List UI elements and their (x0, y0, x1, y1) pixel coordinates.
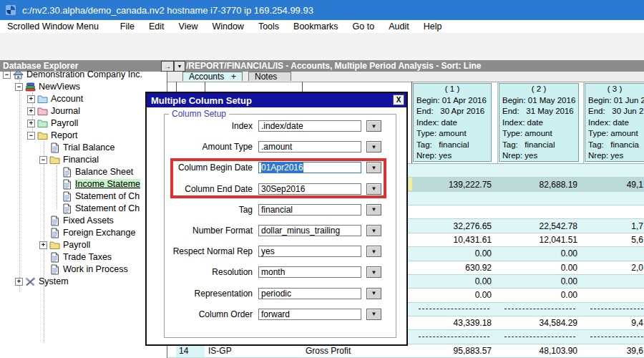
tree-item-newviews[interactable]: −NewViews (15, 81, 80, 93)
menu-item-scrolled-window-menu[interactable]: Scrolled Window Menu (0, 21, 106, 32)
expand-icon[interactable]: + (39, 241, 47, 249)
expand-icon[interactable]: + (27, 107, 35, 115)
menu-item-window[interactable]: Window (205, 21, 250, 32)
value-cell-col1[interactable]: 32,276.65 (411, 219, 497, 232)
value-cell-col1[interactable]: 10,431.61 (411, 233, 497, 246)
value-cell-col3[interactable] (583, 247, 644, 260)
field-input-number-format[interactable]: dollar_minus_trailing (258, 225, 361, 236)
expand-icon[interactable]: + (27, 120, 35, 127)
value-cell-col2[interactable] (497, 164, 583, 177)
tree-item-trade-taxes[interactable]: Trade Taxes (39, 251, 112, 263)
expand-icon[interactable]: + (27, 95, 35, 103)
value-cell-col1[interactable]: 0.00 (411, 247, 497, 260)
collapse-icon[interactable]: − (3, 71, 11, 79)
value-cell-col3[interactable]: 5,6 (583, 233, 644, 246)
value-cell-col2[interactable]: 0.00 (497, 275, 583, 288)
value-cell-col1[interactable] (411, 205, 497, 218)
tab-add-column-button[interactable]: + (231, 72, 236, 82)
tree-item-payroll[interactable]: +Payroll (27, 117, 78, 130)
value-cell-col1[interactable]: 0.00 (411, 275, 497, 288)
menu-item-help[interactable]: Help (416, 21, 449, 32)
field-dropdown-button[interactable]: ▼ (366, 120, 381, 132)
collapse-icon[interactable]: − (27, 132, 35, 140)
tree-item-foreign-exchange[interactable]: Foreign Exchange (39, 227, 135, 239)
value-cell-col3[interactable] (583, 164, 644, 177)
tree-item-financial[interactable]: −Financial (39, 154, 99, 166)
tree-item-trial-balance[interactable]: Trial Balance (39, 142, 115, 154)
nav-forward-button[interactable]: → (161, 61, 174, 72)
account-name-cell[interactable]: Gross Profit (302, 344, 411, 357)
value-cell-col1[interactable]: 95,883.57 (411, 344, 497, 357)
menu-item-audit[interactable]: Audit (381, 21, 416, 32)
field-input-tag[interactable]: financial (258, 204, 361, 216)
tree-item-journal[interactable]: +Journal (27, 105, 80, 117)
field-dropdown-button[interactable]: ▼ (366, 141, 381, 153)
field-dropdown-button[interactable]: ▼ (366, 266, 381, 278)
field-input-index[interactable]: .index/date (258, 120, 361, 132)
value-cell-col1[interactable] (411, 303, 497, 316)
value-cell-col1[interactable] (411, 164, 497, 177)
value-cell-col3[interactable] (583, 192, 644, 205)
tab-accounts[interactable]: Accounts+ (182, 72, 243, 81)
tree-item-work-in-process[interactable]: Work in Process (39, 263, 128, 276)
table-row[interactable]: 14IS-GPGross Profit95,883.5748,103.9039,… (167, 344, 644, 358)
value-cell-col1[interactable]: 139,222.75 (411, 178, 497, 190)
tree-item-account[interactable]: +Account (27, 93, 83, 105)
value-cell-col2[interactable]: 48,103.90 (497, 344, 583, 357)
value-cell-col1[interactable]: 0.00 (411, 289, 497, 301)
dialog-title-bar[interactable]: Multiple Column Setup (147, 93, 406, 107)
field-dropdown-button[interactable]: ▼ (366, 204, 381, 216)
tree-item-payroll[interactable]: +Payroll (39, 239, 90, 251)
field-input-representation[interactable]: periodic (258, 288, 361, 299)
value-cell-col2[interactable] (497, 205, 583, 218)
value-cell-col2[interactable]: 0.00 (497, 247, 583, 260)
nav-dropdown-button[interactable]: ▼ (174, 61, 185, 72)
close-icon[interactable]: X (393, 95, 404, 105)
value-cell-col2[interactable]: 34,584.29 (497, 316, 583, 329)
collapse-icon[interactable]: − (15, 83, 23, 91)
value-cell-col1[interactable]: 630.92 (411, 261, 497, 274)
menu-item-view[interactable]: View (172, 21, 205, 32)
value-cell-col3[interactable] (583, 289, 644, 301)
value-cell-col1[interactable]: 43,339.18 (411, 316, 497, 329)
expand-icon[interactable]: + (15, 278, 23, 286)
value-cell-col2[interactable]: 82,688.19 (497, 178, 583, 190)
tree-item-demonstration-company-inc-[interactable]: −Demonstration Company Inc. (3, 69, 142, 81)
value-cell-col2[interactable]: 0.00 (497, 289, 583, 301)
value-cell-col3[interactable]: 2,0 (583, 261, 644, 274)
value-cell-col3[interactable] (583, 205, 644, 218)
menu-item-edit[interactable]: Edit (142, 21, 172, 32)
value-cell-col3[interactable] (583, 330, 644, 343)
value-cell-col3[interactable] (583, 275, 644, 288)
menu-item-bookmarks[interactable]: Bookmarks (286, 21, 346, 32)
field-input-resolution[interactable]: month (258, 266, 361, 278)
value-cell-col2[interactable]: 0.00 (497, 261, 583, 274)
field-input-column-order[interactable]: forward (258, 309, 361, 320)
tree-item-balance-sheet[interactable]: Balance Sheet (52, 166, 133, 178)
value-cell-col3[interactable]: 49,1 (583, 178, 644, 190)
collapse-icon[interactable]: − (39, 156, 47, 164)
tab-notes[interactable]: Notes (248, 72, 291, 81)
tree-item-report[interactable]: −Report (27, 130, 78, 142)
value-cell-col3[interactable]: 1,7 (583, 219, 644, 232)
field-dropdown-button[interactable]: ▼ (366, 309, 381, 320)
value-cell-col3[interactable]: 9,4 (583, 316, 644, 329)
menu-item-file[interactable]: File (113, 21, 142, 32)
tree-item-system[interactable]: +System (15, 276, 69, 288)
value-cell-col2[interactable]: 12,041.51 (497, 233, 583, 246)
menu-item-go-to[interactable]: Go to (346, 21, 382, 32)
tree-item-statement-of-ch[interactable]: Statement of Ch (52, 203, 140, 215)
menu-item-tools[interactable]: Tools (251, 21, 286, 32)
value-cell-col3[interactable]: 39,6 (583, 344, 644, 357)
tree-item-statement-of-ch[interactable]: Statement of Ch (52, 190, 140, 203)
field-dropdown-button[interactable]: ▼ (366, 246, 381, 257)
field-dropdown-button[interactable]: ▼ (366, 288, 381, 299)
field-input-respect-normal-rep[interactable]: yes (258, 246, 361, 257)
value-cell-col2[interactable] (497, 303, 583, 316)
value-cell-col2[interactable]: 22,542.78 (497, 219, 583, 232)
field-input-amount-type[interactable]: .amount (258, 141, 361, 153)
account-code-cell[interactable]: IS-GP (205, 344, 302, 357)
field-dropdown-button[interactable]: ▼ (366, 225, 381, 236)
value-cell-col2[interactable] (497, 330, 583, 343)
value-cell-col3[interactable] (583, 303, 644, 316)
